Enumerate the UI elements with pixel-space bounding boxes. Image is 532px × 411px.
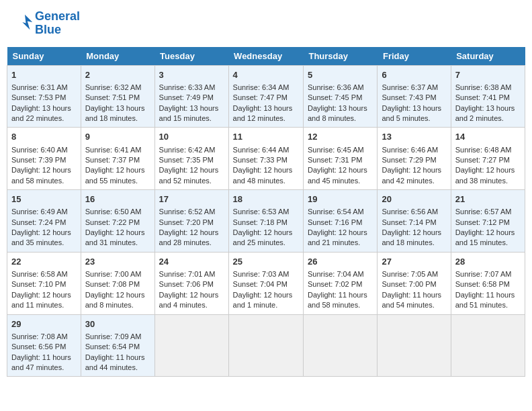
sunset: Sunset: 6:56 PM (11, 342, 66, 351)
daylight: Daylight: 12 hours and 35 minutes. (11, 228, 71, 246)
page-header: General Blue (7, 7, 525, 40)
sunset: Sunset: 7:02 PM (308, 280, 362, 288)
day-number: 9 (85, 131, 150, 143)
day-number: 20 (382, 193, 446, 205)
calendar-day-7: 7Sunrise: 6:38 AMSunset: 7:41 PMDaylight… (451, 65, 525, 128)
day-number: 19 (308, 193, 373, 205)
sunrise: Sunrise: 6:37 AM (382, 83, 438, 91)
sunset: Sunset: 7:04 PM (233, 280, 287, 288)
day-number: 28 (455, 256, 521, 268)
sunset: Sunset: 7:41 PM (455, 93, 510, 101)
daylight: Daylight: 13 hours and 12 minutes. (233, 104, 293, 122)
calendar-day-8: 8Sunrise: 6:40 AMSunset: 7:39 PMDaylight… (7, 128, 81, 190)
daylight: Daylight: 12 hours and 11 minutes. (11, 291, 71, 309)
header-row: SundayMondayTuesdayWednesdayThursdayFrid… (7, 47, 525, 66)
sunset: Sunset: 7:00 PM (382, 280, 436, 288)
day-number: 30 (85, 318, 150, 330)
daylight: Daylight: 11 hours and 44 minutes. (85, 353, 145, 371)
calendar-day-6: 6Sunrise: 6:37 AMSunset: 7:43 PMDaylight… (378, 65, 451, 128)
day-number: 26 (308, 256, 373, 268)
sunrise: Sunrise: 6:32 AM (85, 83, 142, 91)
sunrise: Sunrise: 7:04 AM (308, 270, 364, 278)
sunset: Sunset: 7:31 PM (308, 156, 362, 164)
calendar-day-1: 1Sunrise: 6:31 AMSunset: 7:53 PMDaylight… (7, 65, 81, 128)
daylight: Daylight: 12 hours and 52 minutes. (159, 166, 219, 184)
svg-marker-0 (22, 15, 32, 30)
sunrise: Sunrise: 6:46 AM (382, 146, 438, 154)
daylight: Daylight: 12 hours and 45 minutes. (308, 166, 367, 184)
calendar-day-11: 11Sunrise: 6:44 AMSunset: 7:33 PMDayligh… (228, 128, 303, 190)
day-number: 1 (11, 69, 77, 81)
day-number: 11 (233, 131, 299, 143)
sunrise: Sunrise: 6:40 AM (11, 146, 68, 154)
daylight: Daylight: 13 hours and 2 minutes. (455, 104, 515, 122)
calendar-day-30: 30Sunrise: 7:09 AMSunset: 6:54 PMDayligh… (81, 314, 154, 377)
day-number: 27 (382, 256, 446, 268)
calendar-day-14: 14Sunrise: 6:48 AMSunset: 7:27 PMDayligh… (451, 128, 525, 190)
calendar-day-24: 24Sunrise: 7:01 AMSunset: 7:06 PMDayligh… (154, 252, 228, 314)
daylight: Daylight: 11 hours and 58 minutes. (308, 291, 367, 309)
sunrise: Sunrise: 6:38 AM (455, 83, 512, 91)
day-number: 18 (233, 193, 299, 205)
day-number: 29 (11, 318, 77, 330)
sunset: Sunset: 7:47 PM (233, 93, 287, 101)
sunrise: Sunrise: 6:45 AM (308, 146, 364, 154)
sunset: Sunset: 7:35 PM (159, 156, 214, 164)
daylight: Daylight: 12 hours and 58 minutes. (11, 166, 71, 184)
logo: General Blue (13, 10, 80, 37)
calendar-day-13: 13Sunrise: 6:46 AMSunset: 7:29 PMDayligh… (378, 128, 451, 190)
calendar-day-17: 17Sunrise: 6:52 AMSunset: 7:20 PMDayligh… (154, 190, 228, 253)
day-number: 3 (159, 69, 224, 81)
day-number: 2 (85, 69, 150, 81)
daylight: Daylight: 13 hours and 8 minutes. (308, 104, 367, 122)
sunrise: Sunrise: 7:03 AM (233, 270, 290, 278)
daylight: Daylight: 13 hours and 22 minutes. (11, 104, 71, 122)
calendar-day-4: 4Sunrise: 6:34 AMSunset: 7:47 PMDaylight… (228, 65, 303, 128)
sunrise: Sunrise: 6:48 AM (455, 146, 512, 154)
sunrise: Sunrise: 6:34 AM (233, 83, 290, 91)
day-number: 25 (233, 256, 299, 268)
daylight: Daylight: 12 hours and 31 minutes. (85, 228, 145, 246)
sunset: Sunset: 7:08 PM (85, 280, 140, 288)
sunrise: Sunrise: 6:31 AM (11, 83, 68, 91)
day-number: 12 (308, 131, 373, 143)
calendar-day-22: 22Sunrise: 6:58 AMSunset: 7:10 PMDayligh… (7, 252, 81, 314)
weekday-header-monday: Monday (81, 47, 154, 66)
daylight: Daylight: 12 hours and 38 minutes. (455, 166, 515, 184)
sunset: Sunset: 7:27 PM (455, 156, 510, 164)
calendar-week-3: 22Sunrise: 6:58 AMSunset: 7:10 PMDayligh… (7, 252, 525, 314)
calendar-day-5: 5Sunrise: 6:36 AMSunset: 7:45 PMDaylight… (303, 65, 377, 128)
daylight: Daylight: 12 hours and 15 minutes. (455, 228, 515, 246)
daylight: Daylight: 12 hours and 42 minutes. (382, 166, 441, 184)
calendar-week-2: 15Sunrise: 6:49 AMSunset: 7:24 PMDayligh… (7, 190, 525, 253)
calendar-day-28: 28Sunrise: 7:07 AMSunset: 6:58 PMDayligh… (451, 252, 525, 314)
day-number: 7 (455, 69, 521, 81)
sunrise: Sunrise: 6:44 AM (233, 146, 290, 154)
calendar-body: 1Sunrise: 6:31 AMSunset: 7:53 PMDaylight… (7, 65, 525, 377)
day-number: 6 (382, 69, 446, 81)
sunset: Sunset: 7:18 PM (233, 218, 287, 226)
sunrise: Sunrise: 7:05 AM (382, 270, 438, 278)
calendar-day-empty (228, 314, 303, 377)
sunset: Sunset: 7:49 PM (159, 93, 214, 101)
day-number: 5 (308, 69, 373, 81)
calendar-day-23: 23Sunrise: 7:00 AMSunset: 7:08 PMDayligh… (81, 252, 154, 314)
calendar-day-15: 15Sunrise: 6:49 AMSunset: 7:24 PMDayligh… (7, 190, 81, 253)
sunrise: Sunrise: 7:09 AM (85, 332, 142, 340)
calendar-day-27: 27Sunrise: 7:05 AMSunset: 7:00 PMDayligh… (378, 252, 451, 314)
weekday-header-thursday: Thursday (303, 47, 377, 66)
weekday-header-sunday: Sunday (7, 47, 81, 66)
sunrise: Sunrise: 6:50 AM (85, 208, 142, 216)
sunset: Sunset: 7:12 PM (455, 218, 510, 226)
calendar-table: SundayMondayTuesdayWednesdayThursdayFrid… (7, 47, 525, 377)
calendar-day-20: 20Sunrise: 6:56 AMSunset: 7:14 PMDayligh… (378, 190, 451, 253)
sunset: Sunset: 7:53 PM (11, 93, 66, 101)
sunset: Sunset: 7:37 PM (85, 156, 140, 164)
daylight: Daylight: 12 hours and 48 minutes. (233, 166, 293, 184)
sunset: Sunset: 6:58 PM (455, 280, 510, 288)
daylight: Daylight: 12 hours and 28 minutes. (159, 228, 219, 246)
sunset: Sunset: 7:45 PM (308, 93, 362, 101)
sunrise: Sunrise: 6:42 AM (159, 146, 216, 154)
day-number: 21 (455, 193, 521, 205)
daylight: Daylight: 12 hours and 8 minutes. (85, 291, 145, 309)
